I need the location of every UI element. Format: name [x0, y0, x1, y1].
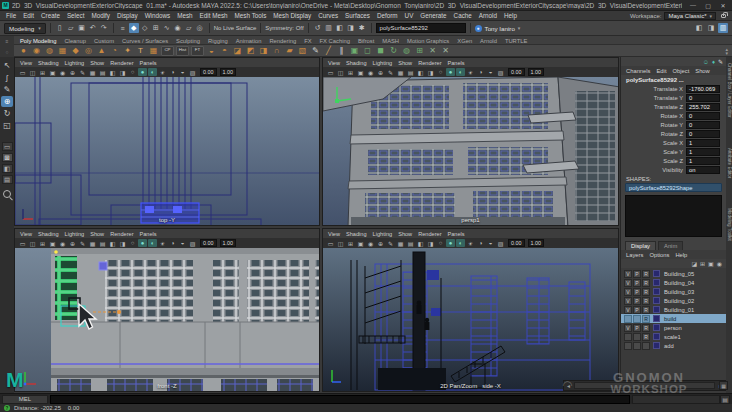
menu-item[interactable]: Cache	[454, 12, 472, 19]
menu-item[interactable]: Create	[41, 12, 60, 19]
film-gate-icon[interactable]: ▤	[406, 239, 415, 247]
snap-to-grid-icon[interactable]: ⊞	[151, 23, 161, 33]
resolution-gate-icon[interactable]: ◧	[108, 239, 117, 247]
shelf-tab[interactable]: Bifrost	[358, 38, 374, 44]
viewport-menu-item[interactable]: Show	[398, 231, 412, 237]
wireframe-icon[interactable]: ○	[128, 239, 137, 247]
shelf-crease-icon[interactable]: ◼	[375, 45, 386, 56]
shelf-tab[interactable]: XGen	[457, 38, 472, 44]
grease-pencil-icon[interactable]: ✎	[78, 239, 87, 247]
shaded-icon[interactable]: ●	[446, 239, 455, 247]
viewport-menu-item[interactable]: Panels	[448, 60, 465, 66]
selection-name-input[interactable]: polySurface85292	[376, 23, 466, 33]
layer-visibility-toggle[interactable]	[624, 315, 632, 323]
viewport-menu-item[interactable]: Show	[90, 231, 104, 237]
script-editor-icon[interactable]: ▤	[720, 395, 730, 404]
shelf-tab[interactable]: Rendering	[269, 38, 296, 44]
persp-outliner-layout-button[interactable]: ◧	[2, 164, 13, 173]
channel-value-field[interactable]: 1	[686, 157, 720, 165]
viewport-menu-item[interactable]: Lighting	[373, 60, 393, 66]
layer-editor-menu-item[interactable]: Help	[675, 252, 687, 258]
snap-to-planes-icon[interactable]: ▱	[184, 23, 194, 33]
viewport-menu-item[interactable]: Lighting	[65, 60, 85, 66]
outliner-zoom-icon[interactable]	[3, 190, 11, 198]
construction-history-icon[interactable]: ↺	[313, 23, 323, 33]
shelf-freeze-transform-icon[interactable]: FT	[191, 46, 204, 56]
layer-playback-toggle[interactable]: P	[633, 297, 641, 305]
menu-item[interactable]: Help	[504, 12, 517, 19]
snap-to-points-icon[interactable]: ◉	[173, 23, 183, 33]
grid-icon[interactable]: ▦	[88, 239, 97, 247]
shelf-fill-hole-icon[interactable]: ▰	[284, 45, 295, 56]
viewport-top[interactable]: ViewShadingLightingShowRendererPanels ▭◫…	[14, 57, 320, 226]
four-pane-layout-button[interactable]: ⊞	[2, 153, 13, 162]
select-by-component-icon[interactable]: ◇	[140, 23, 150, 33]
layer-display-type-toggle[interactable]: R	[642, 306, 650, 314]
shelf-super-shape-icon[interactable]: ✦	[122, 45, 133, 56]
bookmarks-icon[interactable]: ▣	[356, 239, 365, 247]
shelf-tab[interactable]: Sculpting	[176, 38, 200, 44]
layer-color-swatch[interactable]	[653, 288, 660, 295]
channel-box-menu-item[interactable]: Object	[673, 68, 690, 74]
exposure-field[interactable]: 0.00	[508, 239, 525, 247]
2d-pan-zoom-icon[interactable]: ⊕	[376, 68, 385, 76]
grid-icon[interactable]: ▦	[396, 239, 405, 247]
gamma-field[interactable]: 1.00	[528, 239, 545, 247]
menu-item[interactable]: Display	[117, 12, 138, 19]
gamma-field[interactable]: 1.00	[220, 68, 237, 76]
character-set-dropdown[interactable]: ● Tony Ianiro ▾	[475, 25, 521, 32]
shelf-poly-torus-icon[interactable]: ◎	[83, 45, 94, 56]
menu-item[interactable]: Edit Mesh	[200, 12, 228, 19]
shelf-insert-edge-loop-icon[interactable]: ∥	[336, 45, 347, 56]
menu-item[interactable]: Windows	[145, 12, 171, 19]
gamma-field[interactable]: 1.00	[528, 68, 545, 76]
xray-icon[interactable]: ▨	[188, 239, 197, 247]
film-gate-icon[interactable]: ▤	[98, 239, 107, 247]
shelf-tab[interactable]: Rigging	[208, 38, 228, 44]
film-gate-icon[interactable]: ▤	[98, 68, 107, 76]
layer-visibility-toggle[interactable]: V	[624, 270, 632, 278]
camera-attributes-icon[interactable]: ⊞	[38, 68, 47, 76]
ao-icon[interactable]: ◒	[486, 68, 495, 76]
undo-icon[interactable]: ↶	[88, 23, 98, 33]
gate-mask-icon[interactable]: ◨	[118, 239, 127, 247]
shelf-multi-cut-icon[interactable]: ╱	[323, 45, 334, 56]
menu-item[interactable]: Edit	[23, 12, 34, 19]
select-tool[interactable]: ↖	[1, 60, 13, 71]
command-input[interactable]	[50, 395, 630, 404]
grease-pencil-icon[interactable]: ✎	[386, 239, 395, 247]
dock-tab[interactable]: Attribute Editor	[727, 148, 732, 178]
scroll-left-icon[interactable]: ◄	[564, 383, 573, 389]
viewport-menu-item[interactable]: Shading	[38, 231, 59, 237]
minimize-button[interactable]: —	[686, 1, 700, 10]
grid-icon[interactable]: ▦	[88, 68, 97, 76]
viewport-canvas-persp[interactable]: persp1	[323, 77, 618, 225]
exposure-field[interactable]: 0.00	[200, 68, 217, 76]
image-plane-icon[interactable]: ◉	[366, 68, 375, 76]
shelf-tab[interactable]: Animation	[236, 38, 262, 44]
move-tool[interactable]: ⊕	[1, 96, 13, 107]
exposure-field[interactable]: 0.00	[200, 239, 217, 247]
shadows-icon[interactable]: ◑	[168, 68, 177, 76]
viewport-menu-item[interactable]: Shading	[38, 60, 59, 66]
viewport-menu-item[interactable]: Show	[398, 60, 412, 66]
image-plane-icon[interactable]: ◉	[58, 68, 67, 76]
animation-key-icon[interactable]: ♦	[712, 59, 715, 65]
layer-playback-toggle[interactable]: P	[633, 288, 641, 296]
select-camera-icon[interactable]: ▭	[326, 239, 335, 247]
shelf-symmetrize-icon[interactable]: ⊞	[414, 45, 425, 56]
lock-camera-icon[interactable]: ◫	[336, 239, 345, 247]
shelf-nurbs-sphere-icon[interactable]: ◉	[31, 45, 42, 56]
menu-item[interactable]: Generate	[420, 12, 446, 19]
layer-row[interactable]: V P R Building_05	[621, 269, 726, 278]
viewport-menu-item[interactable]: Renderer	[110, 60, 133, 66]
gate-mask-icon[interactable]: ◨	[426, 239, 435, 247]
layer-display-type-toggle[interactable]: R	[642, 324, 650, 332]
make-live-icon[interactable]: ◎	[195, 23, 205, 33]
grease-pencil-icon[interactable]: ✎	[78, 68, 87, 76]
viewport-menu-item[interactable]: Renderer	[418, 231, 441, 237]
layer-row[interactable]: V P R Building_01	[621, 305, 726, 314]
channel-box-menu-item[interactable]: Show	[695, 68, 710, 74]
viewport-menu-item[interactable]: Renderer	[110, 231, 133, 237]
layer-visibility-toggle[interactable]: V	[624, 324, 632, 332]
